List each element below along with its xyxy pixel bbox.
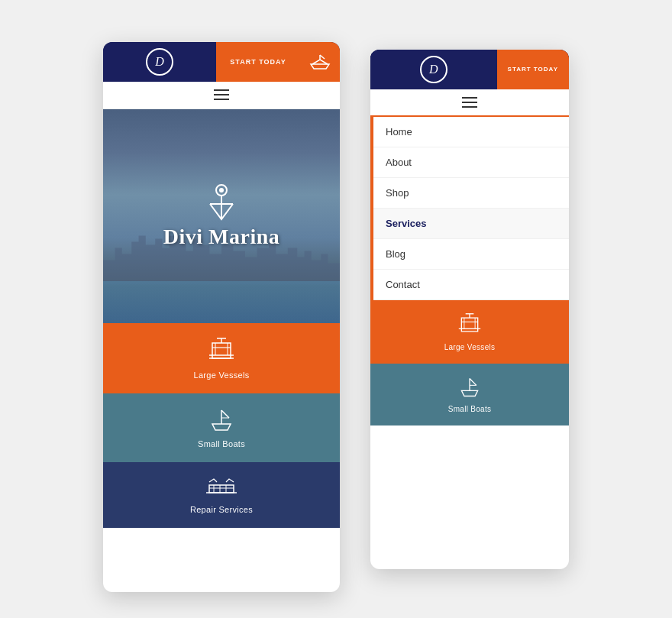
repair-icon	[206, 476, 237, 499]
dropdown-hamburger[interactable]	[370, 89, 569, 117]
dropdown-logo[interactable]: D	[370, 50, 497, 89]
logo-circle: D	[146, 48, 173, 76]
dropdown-hamburger-icon[interactable]	[462, 97, 477, 108]
menu-item-services[interactable]: Services	[373, 209, 569, 239]
dropdown-overlay: D START TODAY Home	[370, 50, 569, 569]
hero-section-large: Divi Marina	[103, 109, 340, 323]
large-vessel-icon	[206, 337, 237, 364]
hamburger-bar-large[interactable]	[103, 82, 340, 109]
hamburger-icon-large[interactable]	[214, 89, 229, 100]
dropdown-large-vessels[interactable]: Large Vessels	[370, 300, 569, 364]
phone-large: D START TODAY	[103, 42, 340, 592]
dropdown-boat-icon	[457, 376, 482, 399]
boat-icon-area	[300, 42, 340, 82]
dropdown-small-boats[interactable]: Small Boats	[370, 364, 569, 425]
service-small-boats[interactable]: Small Boats	[103, 393, 340, 462]
menu-item-shop[interactable]: Shop	[373, 178, 569, 209]
phone-small: D START TODAY	[370, 50, 569, 569]
nav-dropdown-menu: Home About Shop Services Blog Contact	[370, 117, 569, 300]
dropdown-vessel-icon	[456, 312, 483, 337]
small-boat-icon	[208, 407, 235, 433]
boat-icon	[309, 53, 331, 70]
menu-item-home[interactable]: Home	[373, 117, 569, 147]
dropdown-small-boats-label: Small Boats	[448, 405, 492, 413]
anchor-icon-large	[202, 183, 241, 225]
dropdown-large-vessels-label: Large Vessels	[444, 343, 496, 351]
hero-title-large: Divi Marina	[163, 225, 280, 249]
repair-services-label: Repair Services	[190, 505, 253, 514]
menu-item-blog[interactable]: Blog	[373, 239, 569, 270]
dropdown-logo-circle: D	[420, 56, 447, 83]
cta-button[interactable]: START TODAY	[216, 42, 300, 82]
svg-rect-11	[209, 485, 234, 493]
dropdown-cta[interactable]: START TODAY	[497, 50, 569, 89]
menu-item-about[interactable]: About	[373, 147, 569, 178]
large-vessels-label: Large Vessels	[194, 370, 250, 380]
svg-point-4	[219, 188, 224, 193]
main-scene: D START TODAY	[0, 0, 672, 618]
logo-area[interactable]: D	[103, 42, 216, 82]
service-repair[interactable]: Repair Services	[103, 462, 340, 528]
menu-item-contact[interactable]: Contact	[373, 270, 569, 300]
small-boats-label: Small Boats	[198, 439, 245, 448]
dropdown-header: D START TODAY	[370, 50, 569, 89]
service-large-vessels[interactable]: Large Vessels	[103, 323, 340, 393]
header-large: D START TODAY	[103, 42, 340, 82]
hero-content: Divi Marina	[103, 109, 340, 323]
